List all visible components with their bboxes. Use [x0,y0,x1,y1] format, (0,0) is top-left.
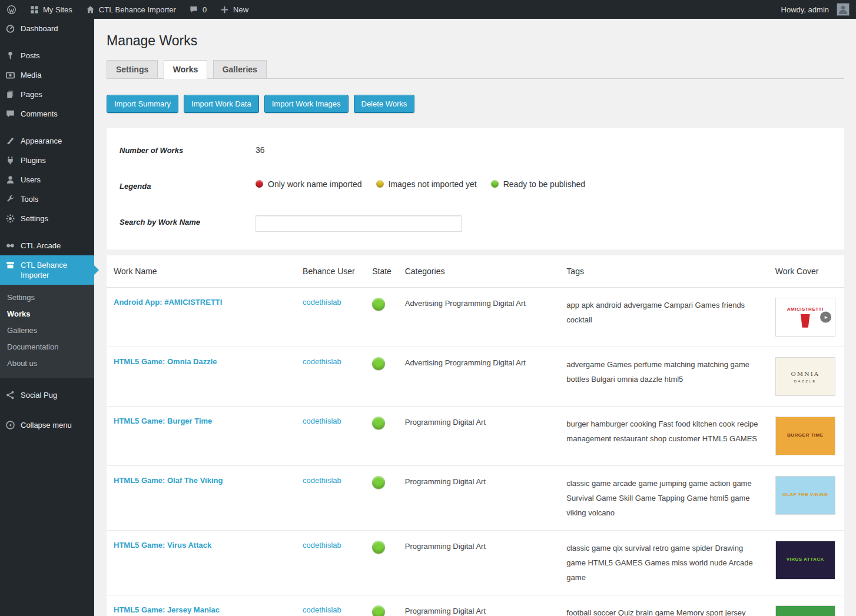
nav-tabs: Settings Works Galleries [107,60,844,79]
import-work-images-button[interactable]: Import Work Images [264,95,349,113]
work-cover-thumb[interactable]: OMNIA DAZZLE [775,357,835,396]
submenu-item-documentation[interactable]: Documentation [0,339,94,355]
sidebar-item-label: Social Pug [21,390,57,400]
my-sites-menu[interactable]: My Sites [23,0,79,19]
tab-settings[interactable]: Settings [107,60,158,79]
work-name-link[interactable]: HTML5 Game: Jersey Maniac [114,605,220,614]
work-cover-label: VIRUS ATTACK [784,557,827,563]
sidebar-item-tools[interactable]: Tools [0,189,94,209]
sidebar-item-media[interactable]: Media [0,65,94,85]
comments-menu[interactable]: 0 [183,0,213,19]
sidebar-item-social-pug[interactable]: Social Pug [0,385,94,405]
number-of-works-label: Number of Works [120,144,256,155]
work-cover-thumb[interactable]: BURGER TIME [775,417,835,455]
work-name-link[interactable]: HTML5 Game: Burger Time [114,417,212,425]
header-state: State [365,255,398,288]
work-cover-thumb[interactable]: OLAF THE VIKING [775,476,835,515]
page-title: Manage Works [107,27,844,52]
import-work-data-button[interactable]: Import Work Data [184,95,259,113]
legend: Only work name imported Images not impor… [256,179,585,189]
sidebar-item-label: Tools [21,194,38,204]
summary-panel: Number of Works 36 Legenda Only work nam… [107,128,844,249]
work-cover-label: OMNIA [789,370,822,378]
menu-separator [0,228,94,236]
work-categories: Programming Digital Art [405,477,486,486]
work-name-link[interactable]: Android App: #AMICISTRETTI [114,298,222,307]
work-cover-art [800,314,811,328]
work-tags: app apk android advergame Campari Games … [566,298,761,327]
behance-user-link[interactable]: codethislab [303,476,341,485]
sidebar-item-label: Dashboard [21,24,58,34]
sidebar-item-label: Collapse menu [21,420,72,430]
sidebar-item-pages[interactable]: Pages [0,85,94,104]
work-name-link[interactable]: HTML5 Game: Virus Attack [114,541,211,550]
sidebar-item-appearance[interactable]: Appearance [0,131,94,151]
behance-user-link[interactable]: codethislab [303,298,341,307]
yellow-dot-icon [376,180,384,188]
state-dot [372,417,385,429]
sidebar-item-label: CTL Arcade [21,241,61,251]
share-icon [5,390,15,400]
submenu-item-settings[interactable]: Settings [0,289,94,306]
admin-bar: My Sites CTL Behance Importer 0 New Howd… [0,0,856,19]
behance-user-link[interactable]: codethislab [303,357,341,366]
behance-user-link[interactable]: codethislab [303,417,341,425]
importer-submenu: Settings Works Galleries Documentation A… [0,285,94,378]
menu-separator [0,38,94,46]
admin-bar-right: Howdy, admin [775,0,856,19]
work-tags: burger hamburger cooking Fast food kitch… [566,417,761,446]
wordpress-logo-menu[interactable] [0,0,23,19]
work-cover-label: BURGER TIME [785,432,826,439]
tab-galleries[interactable]: Galleries [213,60,267,79]
submenu-item-about-us[interactable]: About us [0,355,94,372]
works-table: Work Name Behance User State Categories … [107,255,844,616]
work-cover-thumb[interactable]: AMICISTRETTI ► [775,298,835,337]
comments-count: 0 [203,5,207,14]
submenu-label: Documentation [7,342,58,351]
sidebar-item-settings[interactable]: Settings [0,209,94,228]
sidebar-item-ctl-behance-importer[interactable]: CTL Behance Importer [0,255,94,285]
sidebar-item-dashboard[interactable]: Dashboard [0,19,94,38]
submenu-item-works[interactable]: Works [0,306,94,322]
admin-bar-left: My Sites CTL Behance Importer 0 New [0,0,255,19]
home-icon [85,5,95,15]
wordpress-logo-icon [6,5,16,15]
main-content: Manage Works Settings Works Galleries Im… [94,19,856,616]
table-row: HTML5 Game: Omnia Dazzle codethislab Adv… [107,347,844,406]
sidebar-item-label: Pages [21,89,42,99]
submenu-item-galleries[interactable]: Galleries [0,322,94,339]
sidebar-item-label: Appearance [21,136,62,146]
new-content-menu[interactable]: New [213,0,255,19]
work-cover-thumb[interactable]: JERSEY MANIAC [775,605,835,616]
legend-item-label: Images not imported yet [389,179,477,189]
site-name-menu[interactable]: CTL Behance Importer [79,0,183,19]
collapse-arrow-icon [5,420,15,430]
work-name-link[interactable]: HTML5 Game: Omnia Dazzle [114,357,217,366]
behance-user-link[interactable]: codethislab [303,605,341,614]
my-account-menu[interactable]: Howdy, admin [775,0,856,19]
sidebar-item-plugins[interactable]: Plugins [0,151,94,170]
sidebar-item-comments[interactable]: Comments [0,104,94,124]
behance-user-link[interactable]: codethislab [303,541,341,550]
play-icon: ► [820,311,831,322]
delete-works-button[interactable]: Delete Works [354,95,415,113]
table-header-row: Work Name Behance User State Categories … [107,255,844,288]
tab-works[interactable]: Works [164,60,208,79]
search-work-name-input[interactable] [256,215,462,232]
red-dot-icon [256,180,263,188]
work-cover-thumb[interactable]: VIRUS ATTACK [775,541,835,580]
wrench-icon [5,194,15,204]
work-name-link[interactable]: HTML5 Game: Olaf The Viking [114,476,223,485]
camera-icon [5,70,15,80]
sidebar-item-ctl-arcade[interactable]: CTL Arcade [0,236,94,255]
admin-sidebar: Dashboard Posts Media Pages Comments App… [0,19,94,616]
import-summary-button[interactable]: Import Summary [107,95,178,113]
table-row: HTML5 Game: Virus Attack codethislab Pro… [107,530,844,595]
table-row: HTML5 Game: Olaf The Viking codethislab … [107,465,844,530]
sidebar-item-posts[interactable]: Posts [0,46,94,65]
work-categories: Advertising Programming Digital Art [405,299,526,308]
my-sites-label: My Sites [43,5,72,14]
sidebar-item-users[interactable]: Users [0,170,94,189]
plug-icon [5,155,15,165]
sidebar-item-collapse-menu[interactable]: Collapse menu [0,415,94,435]
